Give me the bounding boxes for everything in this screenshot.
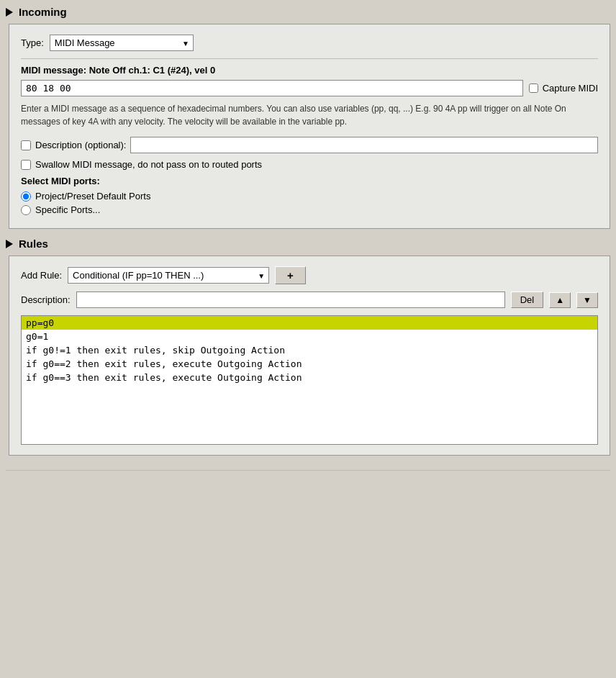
plus-button[interactable]: +: [275, 266, 306, 284]
rules-collapse-icon[interactable]: [6, 240, 13, 248]
capture-midi-area: Capture MIDI: [529, 83, 598, 94]
description-optional-checkbox[interactable]: [21, 140, 31, 150]
code-line[interactable]: if g0==2 then exit rules, execute Outgoi…: [22, 357, 597, 371]
radio-specific-ports: Specific Ports...: [21, 204, 598, 215]
bottom-divider: [6, 470, 610, 471]
code-line[interactable]: if g0!=1 then exit rules, skip Outgoing …: [22, 343, 597, 357]
code-editor[interactable]: pp=g0g0=1if g0!=1 then exit rules, skip …: [21, 315, 598, 445]
down-arrow-button[interactable]: ▼: [576, 292, 598, 308]
radio-specific-ports-label: Specific Ports...: [35, 204, 100, 215]
incoming-header: Incoming: [6, 6, 610, 18]
code-line[interactable]: g0=1: [22, 330, 597, 343]
rules-header: Rules: [6, 238, 610, 250]
midi-input-row: Capture MIDI: [21, 80, 598, 96]
rules-content: Add Rule: Conditional (IF pp=10 THEN ...…: [9, 256, 610, 456]
code-line[interactable]: if g0==3 then exit rules, execute Outgoi…: [22, 371, 597, 384]
description-optional-row: Description (optional):: [21, 137, 598, 153]
type-select[interactable]: MIDI Message OSC Message Keyboard Shortc…: [50, 35, 194, 51]
select-ports-label: Select MIDI ports:: [21, 176, 598, 186]
swallow-checkbox[interactable]: [21, 160, 31, 170]
swallow-row: Swallow MIDI message, do not pass on to …: [21, 159, 598, 170]
type-label: Type:: [21, 37, 44, 48]
radio-specific-ports-input[interactable]: [21, 205, 31, 215]
rules-description-label: Description:: [21, 294, 71, 305]
incoming-section: Incoming Type: MIDI Message OSC Message …: [6, 6, 610, 229]
incoming-collapse-icon[interactable]: [6, 8, 13, 17]
description-optional-input[interactable]: [130, 137, 598, 153]
radio-default-ports: Project/Preset Default Ports: [21, 191, 598, 202]
incoming-title: Incoming: [19, 6, 67, 18]
swallow-label: Swallow MIDI message, do not pass on to …: [35, 159, 262, 170]
type-select-wrapper: MIDI Message OSC Message Keyboard Shortc…: [50, 35, 194, 51]
type-row: Type: MIDI Message OSC Message Keyboard …: [21, 35, 598, 51]
incoming-content: Type: MIDI Message OSC Message Keyboard …: [9, 24, 610, 229]
rules-section: Rules Add Rule: Conditional (IF pp=10 TH…: [6, 238, 610, 456]
description-optional-label: Description (optional):: [35, 140, 126, 150]
add-rule-row: Add Rule: Conditional (IF pp=10 THEN ...…: [21, 266, 598, 284]
capture-midi-checkbox[interactable]: [529, 83, 538, 93]
midi-hex-input[interactable]: [21, 80, 523, 96]
capture-midi-label: Capture MIDI: [543, 83, 598, 94]
code-line[interactable]: pp=g0: [22, 316, 597, 330]
add-rule-label: Add Rule:: [21, 270, 62, 281]
midi-message-label: MIDI message: Note Off ch.1: C1 (#24), v…: [21, 65, 598, 76]
rules-description-input[interactable]: [76, 291, 505, 308]
radio-default-ports-label: Project/Preset Default Ports: [35, 191, 150, 202]
hex-description-text: Enter a MIDI message as a sequence of he…: [21, 102, 598, 128]
add-rule-select-wrapper: Conditional (IF pp=10 THEN ...) Simple L…: [68, 267, 269, 284]
add-rule-select[interactable]: Conditional (IF pp=10 THEN ...) Simple L…: [68, 267, 269, 284]
radio-default-ports-input[interactable]: [21, 191, 31, 202]
rules-title: Rules: [19, 238, 48, 250]
up-arrow-button[interactable]: ▲: [549, 292, 571, 308]
del-button[interactable]: Del: [511, 291, 544, 308]
rules-description-row: Description: Del ▲ ▼: [21, 291, 598, 308]
midi-ports-section: Select MIDI ports: Project/Preset Defaul…: [21, 176, 598, 215]
